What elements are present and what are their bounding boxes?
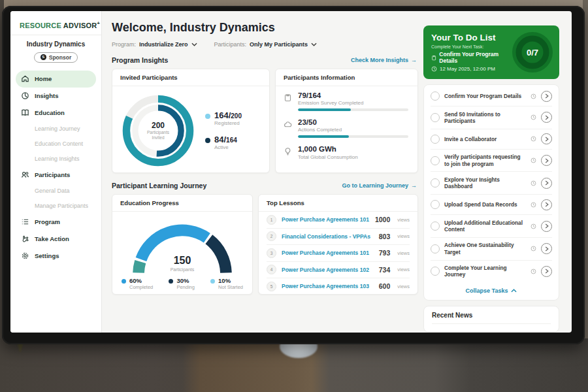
gauge-center-label: Participants: [122, 267, 243, 272]
task-label: Upload Spend Data Records: [444, 201, 526, 208]
lesson-title-link[interactable]: Power Purchase Agreements 102: [282, 267, 374, 273]
sidebar-item-education[interactable]: Education: [16, 105, 96, 122]
task-go-button[interactable]: [541, 178, 552, 189]
gear-icon: [21, 252, 29, 260]
todo-progress-value: 0/7: [527, 48, 538, 57]
participants-filter[interactable]: Participants: Only My Participants: [214, 41, 318, 48]
lesson-views: 803: [379, 233, 391, 240]
clock-icon: [531, 269, 536, 274]
lesson-row[interactable]: 1 Power Purchase Agreements 101 1000 vie…: [267, 212, 410, 229]
task-checkbox[interactable]: [431, 200, 440, 209]
sidebar-item-settings[interactable]: Settings: [16, 248, 96, 265]
sidebar-item-insights[interactable]: Insights: [16, 88, 96, 105]
sidebar-item-label: Education Content: [35, 140, 83, 147]
task-checkbox[interactable]: [431, 244, 440, 253]
chevron-down-icon: [311, 42, 317, 46]
sidebar-item-take-action[interactable]: Take Action: [16, 231, 96, 248]
metric-value: 23/50: [298, 118, 408, 127]
logo-advisor: ADVISOR: [63, 22, 97, 29]
sidebar-item-participants[interactable]: Participants: [16, 167, 96, 184]
clock-icon: [531, 223, 536, 229]
lesson-rank: 1: [267, 215, 276, 225]
program-insights-header: Program Insights Check More Insights →: [112, 56, 417, 64]
sidebar-item-label: Manage Participants: [35, 203, 88, 209]
task-row[interactable]: Upload Additional Educational Content: [431, 215, 552, 238]
section-title: Participant Learning Journey: [112, 182, 206, 189]
sidebar-item-label: Learning Journey: [35, 125, 80, 132]
task-label: Confirm Your Program Details: [444, 93, 526, 99]
participants-filter-label: Participants:: [214, 41, 247, 48]
progress-fill: [298, 108, 351, 111]
task-go-button[interactable]: [541, 243, 552, 254]
program-filter-value: Industrialize Zero: [139, 41, 188, 48]
sidebar-item-home[interactable]: Home: [16, 71, 96, 88]
sidebar-item-learning-insights[interactable]: Learning Insights: [16, 152, 96, 167]
task-row[interactable]: Upload Spend Data Records: [431, 195, 552, 215]
task-go-button[interactable]: [541, 199, 552, 210]
lesson-row[interactable]: 5 Power Purchase Agreements 103 600 view…: [267, 278, 410, 295]
legend-dot: [205, 138, 210, 143]
todo-title: Your To Do List: [431, 33, 512, 42]
task-checkbox[interactable]: [431, 135, 440, 144]
task-row[interactable]: Complete Your Learning Journey: [431, 261, 552, 283]
insights-icon: [21, 91, 29, 100]
legend-active: 84/164 Active: [205, 135, 242, 150]
clock-icon: [531, 246, 536, 252]
task-label: Verify participants requesting to join t…: [444, 154, 526, 167]
task-row[interactable]: Explore Your Insights Dashboard: [431, 172, 552, 195]
task-checkbox[interactable]: [431, 156, 440, 165]
task-checkbox[interactable]: [431, 91, 440, 101]
sidebar-item-education-content[interactable]: Education Content: [16, 137, 96, 152]
task-checkbox[interactable]: [431, 267, 440, 276]
lesson-title-link[interactable]: Power Purchase Agreements 101: [282, 216, 370, 223]
task-checkbox[interactable]: [431, 113, 440, 122]
participants-information-card: Participants Information 79/164 Emission…: [275, 69, 418, 173]
arrow-right-icon: →: [411, 57, 417, 63]
learning-cards-row: Education Progress 150 Participants: [112, 194, 418, 295]
lesson-row[interactable]: 2 Financial Considerations - VPPAs 803 v…: [267, 229, 410, 246]
task-go-button[interactable]: [541, 266, 552, 277]
task-row[interactable]: Send 50 Invitations to Participants: [431, 106, 552, 129]
task-checkbox[interactable]: [431, 221, 440, 231]
learning-journey-header: Participant Learning Journey Go to Learn…: [112, 182, 417, 189]
card-title: Top Lessons: [259, 195, 417, 212]
lesson-rank: 2: [267, 231, 276, 241]
sidebar-item-label: Take Action: [35, 235, 69, 242]
task-go-button[interactable]: [541, 91, 552, 102]
check-more-insights-link[interactable]: Check More Insights →: [351, 57, 417, 63]
lesson-title-link[interactable]: Power Purchase Agreements 103: [282, 283, 374, 289]
program-filter-label: Program:: [112, 41, 136, 48]
task-row[interactable]: Invite a Collaborator: [431, 129, 552, 150]
lesson-title-link[interactable]: Financial Considerations - VPPAs: [282, 233, 374, 240]
donut-legend: 164/200 Registered 84/164 Active: [205, 111, 242, 151]
card-title: Education Progress: [112, 195, 252, 212]
lesson-views: 793: [379, 249, 391, 257]
sidebar-item-manage-participants[interactable]: Manage Participants: [16, 199, 96, 214]
go-to-learning-journey-link[interactable]: Go to Learning Journey →: [342, 182, 417, 189]
task-row[interactable]: Confirm Your Program Details: [431, 86, 552, 106]
sidebar-item-general-data[interactable]: General Data: [16, 184, 96, 199]
legend-not-started: 10% Not Started: [210, 277, 243, 290]
metrics-list: 79/164 Emission Survey Completed 23/50: [276, 86, 417, 163]
collapse-label: Collapse Tasks: [466, 287, 508, 294]
task-go-button[interactable]: [541, 221, 552, 232]
program-filter[interactable]: Program: Industrialize Zero: [112, 41, 197, 48]
cloud-icon: [284, 118, 292, 138]
task-checkbox[interactable]: [431, 178, 440, 188]
todo-subtitle: Complete Your Next Task:: [431, 44, 512, 49]
lesson-title-link[interactable]: Power Purchase Agreements 101: [282, 250, 374, 256]
task-row[interactable]: Verify participants requesting to join t…: [431, 150, 552, 172]
task-go-button[interactable]: [541, 155, 552, 166]
task-go-button[interactable]: [541, 112, 552, 123]
lesson-row[interactable]: 4 Power Purchase Agreements 102 734 view…: [267, 262, 410, 279]
collapse-tasks-link[interactable]: Collapse Tasks: [431, 282, 552, 299]
invited-donut-chart: 200 Participants Invited: [118, 90, 199, 171]
lesson-views: 1000: [375, 216, 390, 223]
lesson-row[interactable]: 3 Power Purchase Agreements 101 793 view…: [267, 245, 410, 262]
sidebar-item-learning-journey[interactable]: Learning Journey: [16, 122, 96, 137]
task-row[interactable]: Achieve One Sustainability Target: [431, 238, 552, 261]
sidebar-item-program[interactable]: Program: [16, 214, 96, 231]
task-go-button[interactable]: [541, 133, 552, 144]
sidebar-item-label: Participants: [35, 171, 70, 178]
task-label: Invite a Collaborator: [444, 136, 526, 142]
